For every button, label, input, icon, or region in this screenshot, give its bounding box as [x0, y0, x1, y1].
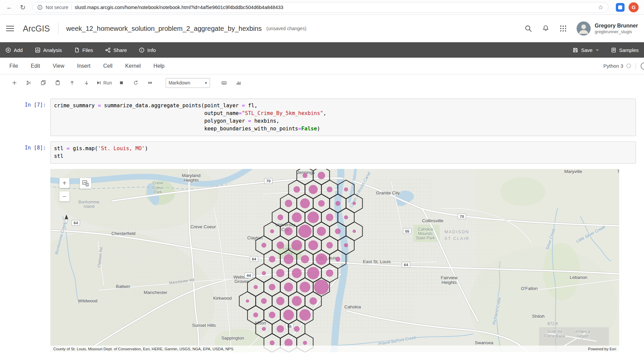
legend-widget[interactable] — [80, 178, 91, 189]
save-label: Save — [581, 47, 592, 53]
restart-icon — [133, 80, 139, 85]
url-text[interactable]: slustl.maps.arcgis.com/home/notebook/not… — [75, 5, 595, 10]
move-down-button[interactable] — [82, 78, 92, 88]
cell-chart-button[interactable] — [233, 78, 244, 88]
toolbar-add-button[interactable]: Add — [5, 47, 23, 53]
user-name: Gregory Brunner — [595, 22, 638, 29]
header-divider — [58, 22, 58, 35]
map-label: Cahokia — [344, 304, 361, 309]
map-label: AmericaAirport — [575, 329, 590, 338]
powered-by-esri-link[interactable]: Powered by Esri — [588, 347, 616, 351]
copy-button[interactable] — [38, 78, 48, 88]
code-cell-8: In [8]: stl = gis.map('St. Louis, MO')st… — [0, 141, 644, 164]
crime-circle — [344, 187, 348, 191]
crime-circle — [261, 243, 266, 248]
arcgis-logo[interactable]: ArcGIS — [23, 24, 50, 34]
crime-circle — [314, 280, 329, 294]
menu-kernel[interactable]: Kernel — [125, 63, 141, 69]
menu-view[interactable]: View — [53, 63, 64, 69]
menu-cell[interactable]: Cell — [103, 63, 113, 69]
map-label: Collinsville — [422, 218, 443, 223]
crime-circle — [293, 186, 300, 193]
map-label: Manchester — [144, 290, 167, 295]
crime-circle — [294, 326, 300, 332]
toolbar-share-button[interactable]: Share — [105, 47, 127, 53]
crime-circle — [307, 267, 319, 279]
crime-circle — [269, 312, 275, 318]
paste-icon — [55, 80, 60, 85]
samples-button[interactable]: Samples — [611, 47, 639, 53]
chevron-down-icon — [595, 48, 599, 52]
crime-circle — [327, 187, 332, 192]
code-editor[interactable]: stl = gis.map('St. Louis, MO')stl — [50, 141, 636, 164]
fast-forward-button[interactable] — [145, 78, 155, 88]
crime-circle — [270, 341, 275, 346]
restart-button[interactable] — [131, 78, 141, 88]
crime-circle — [303, 341, 307, 345]
extension-icon[interactable] — [616, 3, 625, 12]
notebook-title: week_12_homework_solution_problem_2_aggr… — [66, 25, 262, 33]
toolbar-info-button[interactable]: Info — [139, 47, 156, 53]
crime-circle — [291, 240, 302, 251]
kernel-name: Python 3 — [603, 63, 623, 69]
crime-circle — [308, 212, 319, 223]
browser-profile-avatar[interactable]: G — [629, 2, 639, 12]
cell-toolbar: Run Markdown ▾ — [0, 74, 644, 91]
back-icon[interactable]: ← — [3, 1, 15, 13]
stop-button[interactable] — [116, 78, 126, 88]
crime-circle — [283, 310, 294, 320]
user-menu[interactable]: Gregory Brunner gregbrunner_slugis — [577, 21, 638, 36]
bookmark-star-icon[interactable]: ☆ — [598, 4, 603, 11]
crime-circle — [344, 215, 348, 219]
crime-circle — [326, 269, 333, 277]
user-avatar[interactable] — [577, 21, 591, 36]
map-label: ST CLAIR — [444, 236, 469, 241]
status-circle-icon[interactable] — [641, 62, 644, 70]
notifications-bell-icon[interactable] — [542, 24, 550, 33]
svg-text:70: 70 — [266, 179, 271, 183]
page-info-icon[interactable] — [37, 5, 43, 10]
crime-circle — [303, 173, 308, 178]
move-down-icon — [84, 80, 89, 85]
cut-button[interactable] — [24, 78, 34, 88]
crime-circle — [246, 299, 249, 303]
toolbar-label: Info — [147, 47, 156, 53]
address-bar[interactable]: Not secure slustl.maps.arcgis.com/home/n… — [32, 2, 608, 13]
add-button[interactable] — [9, 78, 19, 88]
unsaved-changes-label: (unsaved changes) — [266, 26, 306, 31]
save-icon — [573, 47, 578, 53]
menu-edit[interactable]: Edit — [31, 63, 40, 69]
save-button[interactable]: Save — [573, 47, 599, 53]
jupyter-menubar: FileEditViewInsertCellKernelHelp Python … — [0, 58, 644, 74]
code-editor[interactable]: crime_summary = summarize_data.aggregate… — [50, 99, 636, 136]
paste-button[interactable] — [53, 78, 63, 88]
run-button[interactable]: Run — [96, 78, 112, 88]
app-launcher-grid-icon[interactable] — [559, 24, 567, 33]
command-palette-button[interactable] — [219, 78, 229, 88]
map-label: Granite City — [376, 190, 400, 195]
move-up-button[interactable] — [67, 78, 77, 88]
crime-circle — [318, 172, 325, 179]
toolbar-files-button[interactable]: Files — [74, 47, 93, 53]
cell-type-select[interactable]: Markdown ▾ — [166, 78, 210, 88]
map-label: Affton — [254, 320, 266, 325]
menubar-divider — [636, 63, 636, 69]
menu-file[interactable]: File — [9, 63, 18, 69]
svg-text:64: 64 — [252, 257, 256, 261]
map-widget[interactable]: MarylandHeightsJenningsGranite CityMaryv… — [50, 169, 619, 352]
menu-help[interactable]: Help — [154, 63, 165, 69]
crime-circle — [335, 228, 341, 234]
crime-circle — [284, 283, 293, 292]
hamburger-menu-icon[interactable] — [6, 24, 14, 33]
kernel-status-icon — [627, 64, 631, 68]
toolbar-analysis-button[interactable]: Analysis — [35, 47, 62, 53]
search-icon[interactable] — [524, 24, 532, 33]
zoom-out-button[interactable]: − — [59, 191, 69, 201]
menu-insert[interactable]: Insert — [77, 63, 91, 69]
crime-circle — [270, 229, 274, 233]
zoom-in-button[interactable]: + — [59, 178, 69, 188]
crime-circle — [300, 198, 310, 208]
analysis-icon — [35, 47, 41, 53]
compass-icon[interactable] — [64, 215, 69, 224]
reload-icon[interactable]: ↻ — [17, 1, 29, 13]
